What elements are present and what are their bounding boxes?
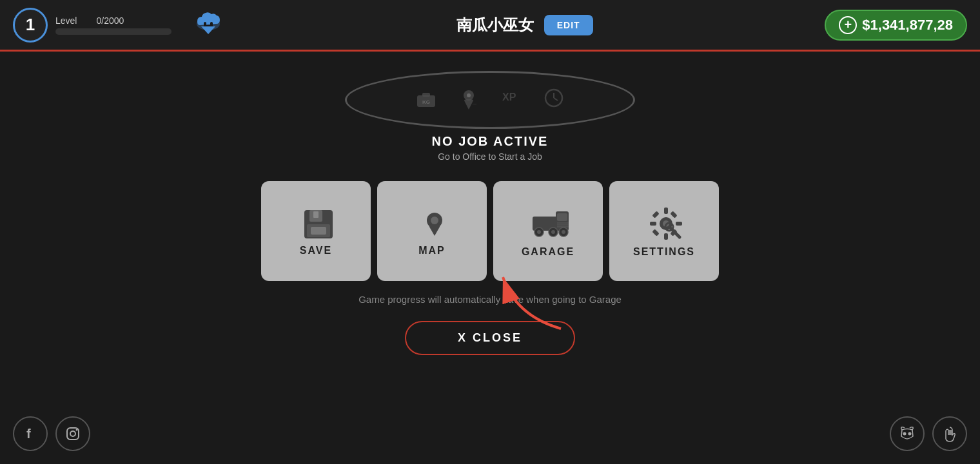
svg-text:...: ... [473,101,476,105]
top-bar: 1 Level 0/2000 南瓜小巫女 EDIT [0,0,980,52]
clock-icon [542,86,565,114]
truck-icon [531,205,565,238]
bottom-right-icons [890,416,967,451]
svg-rect-43 [652,229,659,236]
garage-label: GARAGE [522,246,574,258]
svg-point-50 [76,429,78,431]
weight-icon: KG [415,86,438,114]
level-text: Level 0/2000 [55,15,172,26]
svg-point-51 [903,432,906,436]
map-label: MAP [418,245,446,256]
svg-marker-3 [201,26,215,34]
xp-icon: XP [500,86,523,114]
svg-rect-24 [557,213,567,221]
map-icon [416,206,447,237]
topbar-center: 南瓜小巫女 EDIT [456,15,593,35]
instagram-icon[interactable] [55,416,90,451]
level-badge: 1 [13,8,48,43]
player-name: 南瓜小巫女 [456,15,534,35]
xp-bar-container [55,28,172,35]
svg-rect-36 [664,208,668,214]
touch-icon[interactable] [932,416,967,451]
save-icon [300,206,331,237]
svg-point-30 [562,230,565,234]
close-button[interactable]: X CLOSE [405,321,575,355]
xp-display: 0/2000 [96,15,124,26]
svg-rect-38 [650,222,656,226]
save-button[interactable]: SAVE [261,181,371,281]
job-text-area: NO JOB ACTIVE Go to Office to Start a Jo… [432,134,549,162]
job-oval: KG ... XP [345,71,635,129]
discord-icon[interactable] [890,416,925,451]
svg-text:KG: KG [422,99,430,105]
svg-rect-37 [664,233,668,240]
settings-label: SETTINGS [633,246,695,258]
svg-rect-39 [676,222,682,226]
svg-rect-4 [206,25,211,26]
money-plus-icon: + [839,16,857,34]
svg-rect-42 [670,211,677,218]
svg-point-26 [537,230,541,234]
svg-line-14 [554,98,558,101]
map-button[interactable]: MAP [377,181,487,281]
money-amount: $1,341,877,28 [862,17,953,34]
save-label: SAVE [300,245,332,256]
no-job-title: NO JOB ACTIVE [432,134,549,149]
topbar-left: 1 Level 0/2000 [13,6,224,44]
no-job-subtitle: Go to Office to Start a Job [432,151,549,162]
cloud-save-icon[interactable] [192,6,224,44]
svg-point-52 [908,432,912,436]
level-label: Level [55,15,77,26]
svg-point-9 [467,93,471,97]
money-badge[interactable]: + $1,341,877,28 [825,10,967,41]
facebook-icon[interactable]: f [13,416,48,451]
svg-point-28 [551,230,555,234]
svg-rect-19 [311,227,326,235]
svg-point-49 [70,431,75,436]
edit-button[interactable]: EDIT [544,15,593,35]
svg-text:XP: XP [502,92,516,102]
garage-button[interactable]: GARAGE [493,181,603,281]
svg-point-21 [431,217,438,224]
level-info: Level 0/2000 [55,15,172,35]
svg-rect-6 [422,93,430,97]
auto-save-text: Game progress will automatically save wh… [358,294,622,305]
bottom-left-icons: f [13,416,90,451]
topbar-right: + $1,341,877,28 [825,10,967,41]
level-number: 1 [26,15,35,35]
svg-rect-17 [313,211,318,218]
menu-buttons: SAVE MAP [261,181,719,281]
destination-icon: ... [457,86,480,114]
main-content: KG ... XP [0,52,980,464]
svg-rect-40 [652,211,659,218]
job-status-container: KG ... XP [345,71,635,162]
settings-button[interactable]: SETTINGS [609,181,719,281]
svg-text:f: f [26,427,31,441]
gear-icon [647,205,681,238]
